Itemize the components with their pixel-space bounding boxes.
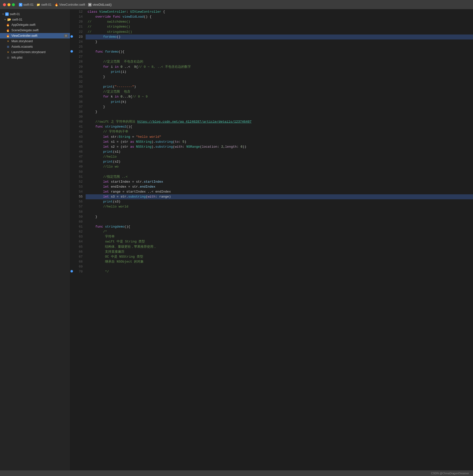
breakpoint-col bbox=[70, 259, 73, 264]
breadcrumb-file[interactable]: ViewController.swift bbox=[59, 3, 85, 6]
breakpoint-col bbox=[70, 264, 73, 269]
table-row: 36 print(k) bbox=[70, 100, 473, 104]
line-number: 33 bbox=[73, 84, 86, 89]
sidebar-item-launchscreen[interactable]: ✕ LaunchScreen.storyboard bbox=[0, 49, 70, 55]
breakpoint-col bbox=[70, 219, 73, 224]
breakpoint-col bbox=[70, 254, 73, 259]
minimize-button[interactable] bbox=[7, 3, 10, 6]
line-number: 28 bbox=[73, 59, 86, 64]
table-row: 57 //hello world bbox=[70, 204, 473, 209]
folder-chevron-icon: ▼ bbox=[4, 18, 6, 21]
breakpoint-col bbox=[70, 174, 73, 179]
line-content bbox=[86, 44, 473, 49]
sidebar-item-appdelegate[interactable]: 🔥 AppDelegate.swift bbox=[0, 22, 70, 28]
breakpoint-col bbox=[70, 244, 73, 249]
code-content[interactable]: 12 class ViewController: UIViewControlle… bbox=[70, 9, 473, 470]
breadcrumb-method[interactable]: viewDidLoad() bbox=[93, 3, 112, 6]
breakpoint-col bbox=[70, 104, 73, 109]
line-number: 54 bbox=[73, 189, 86, 194]
sidebar-group-folder[interactable]: ▼ 📂 swift-01 bbox=[0, 17, 70, 22]
table-row: 56 print(s3) bbox=[70, 199, 473, 204]
breakpoint-col bbox=[70, 9, 73, 14]
breakpoint-col bbox=[70, 154, 73, 159]
line-number: 40 bbox=[73, 119, 86, 124]
line-content: */ bbox=[86, 269, 473, 274]
line-content bbox=[86, 170, 473, 174]
table-row: 62 /* bbox=[70, 229, 473, 234]
line-number: 29 bbox=[73, 65, 86, 69]
code-editor: 12 class ViewController: UIViewControlle… bbox=[70, 9, 473, 470]
table-row: 41 func stringdemo2(){ bbox=[70, 124, 473, 129]
breakpoint-col bbox=[70, 49, 73, 54]
sidebar-item-assets[interactable]: ⊞ Assets.xcassets bbox=[0, 44, 70, 49]
table-row: 44 let s1 = (str as NSString).substring(… bbox=[70, 139, 473, 144]
line-content: } bbox=[86, 214, 473, 219]
line-content: 结构体、量级更轻，苹果推荐使用， bbox=[86, 244, 473, 249]
line-content: 字符串 bbox=[86, 234, 473, 239]
breakpoint-col bbox=[70, 30, 73, 34]
line-number: 49 bbox=[73, 164, 86, 169]
sidebar-label-appdelegate: AppDelegate.swift bbox=[11, 23, 35, 27]
breakpoint-col bbox=[70, 239, 73, 244]
table-row: 29 for i in 0 ..< 9{// 0 ~ 8, ..< 不包含右边的… bbox=[70, 65, 473, 69]
breadcrumb-folder[interactable]: swift-01 bbox=[41, 3, 51, 6]
line-number: 25 bbox=[73, 44, 86, 49]
breakpoint-col bbox=[70, 54, 73, 59]
sidebar-label-viewcontroller: ViewController.swift bbox=[11, 34, 37, 37]
storyboard-icon-main: ✕ bbox=[6, 39, 10, 43]
line-number: 36 bbox=[73, 100, 86, 104]
breakpoint-col bbox=[70, 209, 73, 214]
line-content: OC 中是 NSString 类型 bbox=[86, 254, 473, 259]
line-number: 65 bbox=[73, 244, 86, 249]
sidebar-label-infoplist: Info.plist bbox=[11, 56, 23, 59]
breadcrumb-project[interactable]: swift-01 bbox=[23, 3, 34, 6]
maximize-button[interactable] bbox=[12, 3, 15, 6]
sidebar-item-scenedelegate[interactable]: 🔥 SceneDelegate.swift bbox=[0, 28, 70, 33]
sidebar-item-infoplist[interactable]: ⊟ Info.plist bbox=[0, 55, 70, 60]
line-number: 38 bbox=[73, 109, 86, 114]
table-row: 14 override func viewDidLoad() { bbox=[70, 14, 473, 19]
table-row: 35 for k in 0...9{// 0 ~ 9 bbox=[70, 94, 473, 99]
sidebar-project-root[interactable]: ▼ A swift-01 bbox=[0, 11, 70, 17]
line-number: 61 bbox=[73, 224, 86, 229]
line-number: 58 bbox=[73, 209, 86, 214]
breakpoint-col bbox=[70, 65, 73, 69]
line-content: /* bbox=[86, 229, 473, 234]
table-row: 33 print("--------") bbox=[70, 84, 473, 89]
table-row: 30 print(i) bbox=[70, 69, 473, 74]
breakpoint-col bbox=[70, 14, 73, 19]
sidebar-item-viewcontroller[interactable]: 🔥 ViewController.swift M bbox=[0, 33, 70, 38]
breakpoint-col bbox=[70, 74, 73, 79]
table-row: 51 //指定范围 ..< bbox=[70, 174, 473, 179]
line-content: let s3 = str.substring(with: range) bbox=[86, 194, 473, 199]
table-row: 52 let startIndex = str.startIndex bbox=[70, 179, 473, 184]
line-content: //定义范围 不包含右边的 bbox=[86, 59, 473, 64]
table-row: 37 } bbox=[70, 104, 473, 109]
breakpoint-col bbox=[70, 84, 73, 89]
code-table: 12 class ViewController: UIViewControlle… bbox=[70, 9, 473, 274]
line-content: 继承自 NSObject 的对象 bbox=[86, 259, 473, 264]
line-number: 35 bbox=[73, 94, 86, 99]
sidebar-label-scenedelegate: SceneDelegate.swift bbox=[11, 29, 38, 32]
line-content: override func viewDidLoad() { bbox=[86, 14, 473, 19]
line-number: 46 bbox=[73, 149, 86, 154]
breakpoint-col bbox=[70, 135, 73, 139]
breakpoint-col bbox=[70, 44, 73, 49]
line-content: print(s2) bbox=[86, 159, 473, 164]
sidebar-item-mainstoryboard[interactable]: ✕ Main.storyboard bbox=[0, 38, 70, 44]
breakpoint-col bbox=[70, 129, 73, 134]
assets-icon: ⊞ bbox=[6, 45, 10, 49]
line-content: print(s1) bbox=[86, 149, 473, 154]
sidebar-project-label: swift-01 bbox=[10, 12, 20, 16]
status-text: CSDN @ChinaDragonDreamer bbox=[431, 472, 469, 475]
line-number: 24 bbox=[73, 39, 86, 44]
status-bar: CSDN @ChinaDragonDreamer bbox=[0, 470, 473, 476]
breadcrumb-sep-1: › bbox=[34, 3, 35, 6]
breakpoint-col bbox=[70, 249, 73, 254]
close-button[interactable] bbox=[3, 3, 6, 6]
breakpoint-col bbox=[70, 119, 73, 124]
line-number: 39 bbox=[73, 114, 86, 119]
table-row: 39 bbox=[70, 114, 473, 119]
breakpoint-col bbox=[70, 170, 73, 174]
line-content: func fordemo(){ bbox=[86, 49, 473, 54]
